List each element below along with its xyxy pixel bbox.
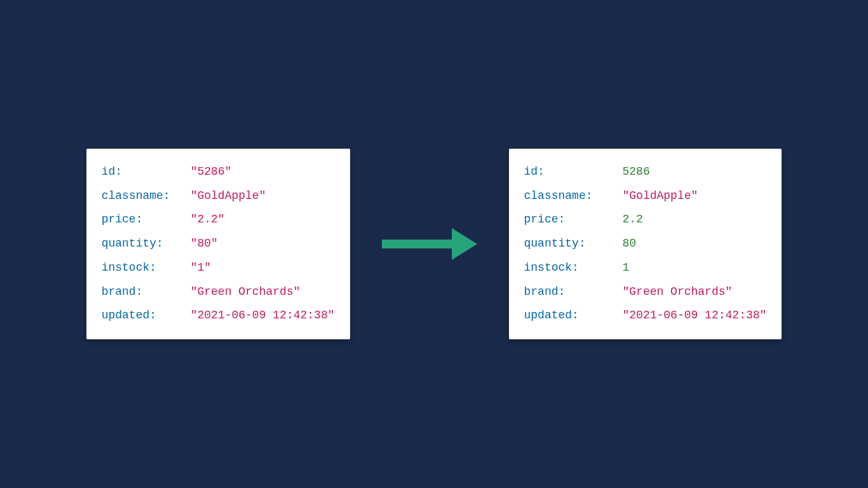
code-row: quantity: 80: [524, 232, 767, 256]
key-label: classname:: [524, 184, 623, 208]
code-row: price: "2.2": [102, 208, 335, 232]
value-string: "2.2": [191, 208, 225, 232]
key-label: instock:: [102, 256, 191, 280]
code-row: classname: "GoldApple": [102, 184, 335, 208]
key-label: updated:: [524, 304, 623, 328]
key-label: quantity:: [524, 232, 623, 256]
code-row: id: "5286": [102, 160, 335, 184]
key-label: classname:: [102, 184, 191, 208]
key-label: id:: [524, 160, 623, 184]
code-row: instock: "1": [102, 256, 335, 280]
key-label: updated:: [102, 304, 191, 328]
value-string: "Green Orchards": [623, 280, 733, 304]
key-label: instock:: [524, 256, 623, 280]
value-string: "GoldApple": [623, 184, 698, 208]
value-string: "5286": [191, 160, 232, 184]
svg-rect-0: [382, 240, 455, 248]
code-row: updated: "2021-06-09 12:42:38": [524, 304, 767, 328]
arrow-icon: [382, 228, 477, 260]
key-label: id:: [102, 160, 191, 184]
code-row: price: 2.2: [524, 208, 767, 232]
value-string: "GoldApple": [191, 184, 266, 208]
code-row: updated: "2021-06-09 12:42:38": [102, 304, 335, 328]
value-string: "80": [191, 232, 218, 256]
svg-marker-1: [452, 228, 477, 260]
code-row: instock: 1: [524, 256, 767, 280]
code-row: id: 5286: [524, 160, 767, 184]
key-label: brand:: [102, 280, 191, 304]
key-label: price:: [524, 208, 623, 232]
code-row: brand: "Green Orchards": [102, 280, 335, 304]
code-row: brand: "Green Orchards": [524, 280, 767, 304]
diagram-container: id: "5286" classname: "GoldApple" price:…: [86, 149, 782, 340]
value-number: 2.2: [623, 208, 643, 232]
key-label: brand:: [524, 280, 623, 304]
code-row: quantity: "80": [102, 232, 335, 256]
value-string: "1": [191, 256, 211, 280]
left-code-box: id: "5286" classname: "GoldApple" price:…: [86, 149, 350, 340]
value-string: "2021-06-09 12:42:38": [623, 304, 767, 328]
key-label: price:: [102, 208, 191, 232]
value-number: 5286: [623, 160, 650, 184]
value-number: 80: [623, 232, 637, 256]
value-string: "2021-06-09 12:42:38": [191, 304, 335, 328]
right-code-box: id: 5286 classname: "GoldApple" price: 2…: [509, 149, 782, 340]
code-row: classname: "GoldApple": [524, 184, 767, 208]
value-string: "Green Orchards": [191, 280, 301, 304]
value-number: 1: [623, 256, 630, 280]
key-label: quantity:: [102, 232, 191, 256]
